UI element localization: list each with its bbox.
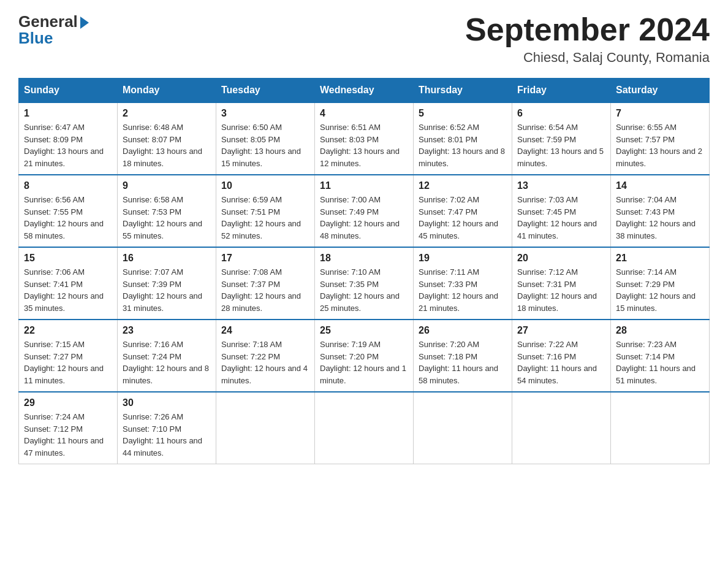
day-number: 13 <box>517 180 605 191</box>
day-number: 22 <box>24 325 112 336</box>
day-number: 7 <box>616 108 704 119</box>
calendar-cell: 2Sunrise: 6:48 AMSunset: 8:07 PMDaylight… <box>118 102 216 175</box>
day-info: Sunrise: 6:56 AMSunset: 7:55 PMDaylight:… <box>24 194 112 242</box>
day-number: 28 <box>616 325 704 336</box>
day-info: Sunrise: 7:02 AMSunset: 7:47 PMDaylight:… <box>419 194 507 242</box>
calendar-header: SundayMondayTuesdayWednesdayThursdayFrid… <box>19 79 710 103</box>
day-number: 24 <box>221 325 309 336</box>
day-info: Sunrise: 6:50 AMSunset: 8:05 PMDaylight:… <box>221 121 309 169</box>
day-number: 27 <box>517 325 605 336</box>
day-info: Sunrise: 6:51 AMSunset: 8:03 PMDaylight:… <box>320 121 408 169</box>
day-number: 21 <box>616 253 704 264</box>
calendar-cell: 6Sunrise: 6:54 AMSunset: 7:59 PMDaylight… <box>512 102 611 175</box>
day-info: Sunrise: 6:47 AMSunset: 8:09 PMDaylight:… <box>24 121 112 169</box>
calendar-cell: 19Sunrise: 7:11 AMSunset: 7:33 PMDayligh… <box>414 247 512 320</box>
day-number: 12 <box>419 180 507 191</box>
calendar-cell: 11Sunrise: 7:00 AMSunset: 7:49 PMDayligh… <box>315 175 414 247</box>
day-info: Sunrise: 6:48 AMSunset: 8:07 PMDaylight:… <box>123 121 211 169</box>
calendar-cell <box>414 392 512 464</box>
column-header-saturday: Saturday <box>611 79 710 103</box>
calendar-cell <box>315 392 414 464</box>
day-number: 4 <box>320 108 408 119</box>
calendar-title: September 2024 <box>465 12 710 47</box>
day-info: Sunrise: 7:18 AMSunset: 7:22 PMDaylight:… <box>221 339 309 386</box>
day-number: 2 <box>123 108 211 119</box>
calendar-cell: 26Sunrise: 7:20 AMSunset: 7:18 PMDayligh… <box>414 320 512 392</box>
calendar-body: 1Sunrise: 6:47 AMSunset: 8:09 PMDaylight… <box>19 102 710 464</box>
day-info: Sunrise: 7:19 AMSunset: 7:20 PMDaylight:… <box>320 339 408 386</box>
day-info: Sunrise: 7:08 AMSunset: 7:37 PMDaylight:… <box>221 266 309 314</box>
day-number: 6 <box>517 108 605 119</box>
day-number: 25 <box>320 325 408 336</box>
logo-arrow-icon <box>80 17 89 29</box>
calendar-week-3: 15Sunrise: 7:06 AMSunset: 7:41 PMDayligh… <box>19 247 710 320</box>
day-number: 8 <box>24 180 112 191</box>
calendar-subtitle: Chiesd, Salaj County, Romania <box>465 50 710 66</box>
calendar-cell <box>611 392 710 464</box>
calendar-week-4: 22Sunrise: 7:15 AMSunset: 7:27 PMDayligh… <box>19 320 710 392</box>
calendar-cell: 3Sunrise: 6:50 AMSunset: 8:05 PMDaylight… <box>216 102 315 175</box>
day-info: Sunrise: 7:10 AMSunset: 7:35 PMDaylight:… <box>320 266 408 314</box>
calendar-cell: 17Sunrise: 7:08 AMSunset: 7:37 PMDayligh… <box>216 247 315 320</box>
column-header-tuesday: Tuesday <box>216 79 315 103</box>
calendar-cell: 5Sunrise: 6:52 AMSunset: 8:01 PMDaylight… <box>414 102 512 175</box>
calendar-week-1: 1Sunrise: 6:47 AMSunset: 8:09 PMDaylight… <box>19 102 710 175</box>
day-info: Sunrise: 6:54 AMSunset: 7:59 PMDaylight:… <box>517 121 605 169</box>
day-info: Sunrise: 7:24 AMSunset: 7:12 PMDaylight:… <box>24 411 112 459</box>
day-info: Sunrise: 6:52 AMSunset: 8:01 PMDaylight:… <box>419 121 507 169</box>
day-number: 11 <box>320 180 408 191</box>
day-number: 10 <box>221 180 309 191</box>
calendar-table: SundayMondayTuesdayWednesdayThursdayFrid… <box>18 78 710 464</box>
calendar-cell: 8Sunrise: 6:56 AMSunset: 7:55 PMDaylight… <box>19 175 118 247</box>
calendar-cell: 10Sunrise: 6:59 AMSunset: 7:51 PMDayligh… <box>216 175 315 247</box>
calendar-cell: 13Sunrise: 7:03 AMSunset: 7:45 PMDayligh… <box>512 175 611 247</box>
column-header-wednesday: Wednesday <box>315 79 414 103</box>
day-info: Sunrise: 7:20 AMSunset: 7:18 PMDaylight:… <box>419 339 507 386</box>
day-info: Sunrise: 7:03 AMSunset: 7:45 PMDaylight:… <box>517 194 605 242</box>
day-number: 19 <box>419 253 507 264</box>
calendar-cell: 12Sunrise: 7:02 AMSunset: 7:47 PMDayligh… <box>414 175 512 247</box>
calendar-week-2: 8Sunrise: 6:56 AMSunset: 7:55 PMDaylight… <box>19 175 710 247</box>
day-number: 17 <box>221 253 309 264</box>
logo: General Blue <box>18 12 89 48</box>
calendar-cell: 22Sunrise: 7:15 AMSunset: 7:27 PMDayligh… <box>19 320 118 392</box>
calendar-cell: 24Sunrise: 7:18 AMSunset: 7:22 PMDayligh… <box>216 320 315 392</box>
calendar-cell: 23Sunrise: 7:16 AMSunset: 7:24 PMDayligh… <box>118 320 216 392</box>
day-number: 1 <box>24 108 112 119</box>
calendar-cell: 29Sunrise: 7:24 AMSunset: 7:12 PMDayligh… <box>19 392 118 464</box>
page-header: General Blue September 2024 Chiesd, Sala… <box>18 12 710 66</box>
header-row: SundayMondayTuesdayWednesdayThursdayFrid… <box>19 79 710 103</box>
day-info: Sunrise: 7:16 AMSunset: 7:24 PMDaylight:… <box>123 339 211 386</box>
calendar-cell: 18Sunrise: 7:10 AMSunset: 7:35 PMDayligh… <box>315 247 414 320</box>
day-info: Sunrise: 7:06 AMSunset: 7:41 PMDaylight:… <box>24 266 112 314</box>
calendar-cell: 20Sunrise: 7:12 AMSunset: 7:31 PMDayligh… <box>512 247 611 320</box>
day-number: 5 <box>419 108 507 119</box>
day-info: Sunrise: 7:23 AMSunset: 7:14 PMDaylight:… <box>616 339 704 386</box>
day-number: 15 <box>24 253 112 264</box>
day-info: Sunrise: 7:26 AMSunset: 7:10 PMDaylight:… <box>123 411 211 459</box>
calendar-cell: 30Sunrise: 7:26 AMSunset: 7:10 PMDayligh… <box>118 392 216 464</box>
day-info: Sunrise: 7:12 AMSunset: 7:31 PMDaylight:… <box>517 266 605 314</box>
day-number: 16 <box>123 253 211 264</box>
title-section: September 2024 Chiesd, Salaj County, Rom… <box>465 12 710 66</box>
day-info: Sunrise: 6:55 AMSunset: 7:57 PMDaylight:… <box>616 121 704 169</box>
day-info: Sunrise: 6:58 AMSunset: 7:53 PMDaylight:… <box>123 194 211 242</box>
day-info: Sunrise: 6:59 AMSunset: 7:51 PMDaylight:… <box>221 194 309 242</box>
calendar-cell: 15Sunrise: 7:06 AMSunset: 7:41 PMDayligh… <box>19 247 118 320</box>
day-info: Sunrise: 7:15 AMSunset: 7:27 PMDaylight:… <box>24 339 112 386</box>
column-header-thursday: Thursday <box>414 79 512 103</box>
calendar-week-5: 29Sunrise: 7:24 AMSunset: 7:12 PMDayligh… <box>19 392 710 464</box>
day-info: Sunrise: 7:11 AMSunset: 7:33 PMDaylight:… <box>419 266 507 314</box>
column-header-monday: Monday <box>118 79 216 103</box>
day-info: Sunrise: 7:14 AMSunset: 7:29 PMDaylight:… <box>616 266 704 314</box>
calendar-cell: 7Sunrise: 6:55 AMSunset: 7:57 PMDaylight… <box>611 102 710 175</box>
day-info: Sunrise: 7:04 AMSunset: 7:43 PMDaylight:… <box>616 194 704 242</box>
calendar-cell <box>216 392 315 464</box>
calendar-cell <box>512 392 611 464</box>
calendar-cell: 4Sunrise: 6:51 AMSunset: 8:03 PMDaylight… <box>315 102 414 175</box>
day-number: 9 <box>123 180 211 191</box>
calendar-cell: 14Sunrise: 7:04 AMSunset: 7:43 PMDayligh… <box>611 175 710 247</box>
day-info: Sunrise: 7:22 AMSunset: 7:16 PMDaylight:… <box>517 339 605 386</box>
calendar-cell: 21Sunrise: 7:14 AMSunset: 7:29 PMDayligh… <box>611 247 710 320</box>
calendar-cell: 27Sunrise: 7:22 AMSunset: 7:16 PMDayligh… <box>512 320 611 392</box>
